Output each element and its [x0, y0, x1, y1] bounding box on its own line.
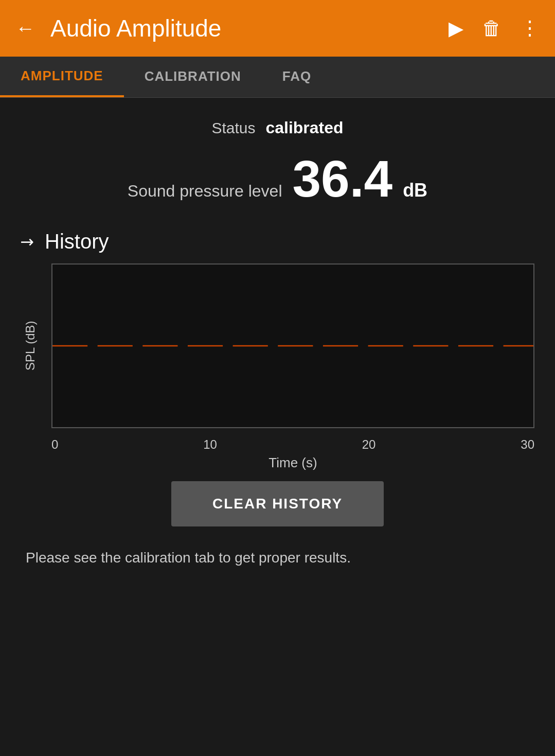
delete-button[interactable]: 🗑 — [482, 17, 502, 40]
x-tick-2: 20 — [362, 437, 376, 452]
back-button[interactable]: ← — [15, 17, 35, 40]
tab-calibration[interactable]: CALIBRATION — [124, 57, 262, 97]
x-axis-label: Time (s) — [51, 455, 534, 471]
expand-icon[interactable]: ↗ — [16, 230, 40, 254]
tab-amplitude[interactable]: AMPLITUDE — [0, 57, 124, 97]
x-tick-1: 10 — [203, 437, 217, 452]
status-label: Status — [211, 119, 255, 137]
chart-svg — [52, 265, 533, 427]
play-button[interactable]: ▶ — [449, 17, 463, 40]
footer-note: Please see the calibration tab to get pr… — [21, 547, 534, 569]
clear-history-button[interactable]: CLEAR HISTORY — [171, 481, 384, 526]
history-title: History — [45, 230, 109, 253]
header-actions: ▶ 🗑 ⋮ — [449, 17, 540, 40]
spl-value: 36.4 — [292, 153, 392, 204]
main-content: Status calibrated Sound pressure level 3… — [0, 98, 555, 584]
status-row: Status calibrated — [21, 118, 534, 137]
x-axis-container: 0 10 20 30 Time (s) — [51, 433, 534, 471]
tab-faq[interactable]: FAQ — [262, 57, 332, 97]
chart-area — [51, 263, 534, 428]
clear-history-container: CLEAR HISTORY — [21, 481, 534, 526]
spl-label: Sound pressure level — [128, 182, 282, 201]
app-title: Audio Amplitude — [45, 14, 438, 42]
x-axis-ticks: 0 10 20 30 — [51, 433, 534, 452]
app-header: ← Audio Amplitude ▶ 🗑 ⋮ — [0, 0, 555, 57]
more-menu-button[interactable]: ⋮ — [520, 17, 540, 40]
status-value: calibrated — [265, 118, 343, 137]
x-tick-3: 30 — [521, 437, 534, 452]
spl-unit: dB — [403, 180, 427, 201]
history-header: ↗ History — [21, 230, 534, 253]
y-axis-label: SPL (dB) — [23, 263, 38, 428]
x-tick-0: 0 — [51, 437, 58, 452]
tab-bar: AMPLITUDE CALIBRATION FAQ — [0, 57, 555, 98]
chart-container: SPL (dB) — [51, 263, 534, 428]
spl-row: Sound pressure level 36.4 dB — [21, 153, 534, 204]
